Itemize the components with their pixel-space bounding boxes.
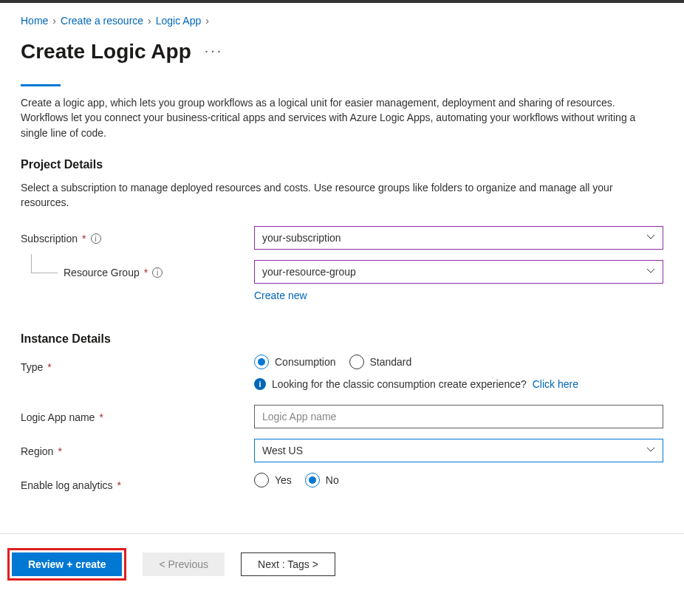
page-title: Create Logic App bbox=[21, 40, 191, 64]
type-consumption-radio[interactable]: Consumption bbox=[254, 355, 336, 369]
analytics-no-label: No bbox=[326, 474, 339, 486]
info-icon[interactable]: i bbox=[152, 267, 163, 278]
classic-experience-text: Looking for the classic consumption crea… bbox=[272, 378, 527, 390]
create-new-link[interactable]: Create new bbox=[254, 290, 307, 301]
analytics-yes-label: Yes bbox=[275, 474, 292, 486]
breadcrumb-logic-app[interactable]: Logic App bbox=[156, 15, 202, 27]
subscription-label: Subscription bbox=[21, 233, 78, 244]
breadcrumb: Home › Create a resource › Logic App › bbox=[21, 15, 663, 27]
subscription-value: your-subscription bbox=[262, 232, 341, 244]
enable-log-analytics-label: Enable log analytics bbox=[21, 479, 113, 491]
required-icon: * bbox=[117, 479, 121, 491]
project-details-desc: Select a subscription to manage deployed… bbox=[21, 180, 663, 211]
required-icon: * bbox=[47, 361, 51, 373]
more-actions-icon[interactable]: ··· bbox=[205, 42, 224, 58]
chevron-right-icon: › bbox=[52, 15, 56, 27]
next-button[interactable]: Next : Tags > bbox=[241, 552, 335, 576]
review-create-button[interactable]: Review + create bbox=[12, 552, 122, 576]
type-consumption-label: Consumption bbox=[275, 356, 336, 368]
footer-toolbar: Review + create < Previous Next : Tags > bbox=[0, 533, 684, 594]
radio-checked-icon bbox=[305, 473, 320, 487]
info-icon[interactable]: i bbox=[91, 233, 101, 244]
active-tab-indicator bbox=[21, 84, 61, 86]
required-icon: * bbox=[144, 267, 148, 278]
project-details-heading: Project Details bbox=[21, 158, 663, 171]
resource-group-value: your-resource-group bbox=[262, 266, 356, 278]
radio-unchecked-icon bbox=[349, 355, 364, 369]
previous-button[interactable]: < Previous bbox=[143, 552, 225, 576]
chevron-down-icon bbox=[646, 445, 655, 456]
required-icon: * bbox=[99, 411, 103, 423]
chevron-right-icon: › bbox=[148, 15, 151, 27]
breadcrumb-home[interactable]: Home bbox=[21, 15, 48, 27]
classic-experience-link[interactable]: Click here bbox=[533, 378, 578, 390]
required-icon: * bbox=[58, 445, 61, 457]
analytics-yes-radio[interactable]: Yes bbox=[254, 473, 292, 487]
logic-app-name-input[interactable] bbox=[254, 405, 663, 428]
tree-line-icon bbox=[31, 254, 58, 273]
type-label: Type bbox=[21, 361, 43, 373]
radio-unchecked-icon bbox=[254, 473, 269, 487]
highlight-box: Review + create bbox=[7, 548, 126, 581]
required-icon: * bbox=[82, 233, 86, 244]
radio-checked-icon bbox=[254, 355, 269, 369]
logic-app-name-label: Logic App name bbox=[21, 411, 95, 423]
type-standard-label: Standard bbox=[370, 356, 412, 368]
analytics-no-radio[interactable]: No bbox=[305, 473, 339, 487]
subscription-select[interactable]: your-subscription bbox=[254, 226, 663, 250]
chevron-right-icon: › bbox=[205, 15, 209, 27]
chevron-down-icon bbox=[646, 266, 655, 278]
chevron-down-icon bbox=[646, 232, 655, 244]
page-description: Create a logic app, which lets you group… bbox=[21, 95, 663, 140]
resource-group-select[interactable]: your-resource-group bbox=[254, 260, 663, 284]
region-select[interactable]: West US bbox=[254, 439, 663, 462]
instance-details-heading: Instance Details bbox=[21, 332, 663, 346]
type-standard-radio[interactable]: Standard bbox=[349, 355, 412, 369]
resource-group-label: Resource Group bbox=[64, 267, 140, 278]
region-value: West US bbox=[262, 445, 303, 456]
region-label: Region bbox=[21, 445, 53, 457]
breadcrumb-create-resource[interactable]: Create a resource bbox=[61, 15, 143, 27]
info-icon: i bbox=[254, 378, 266, 390]
